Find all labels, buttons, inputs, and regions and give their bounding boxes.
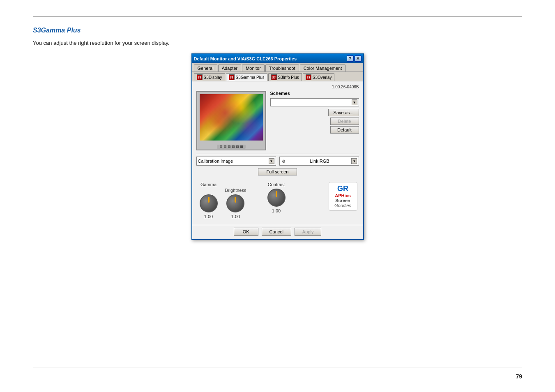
gamma-group: Gamma 1.00 [200, 182, 218, 219]
bottom-controls: Calibration image ▼ ⚙ Link RGB ▼ [196, 157, 359, 166]
top-rule [33, 16, 522, 17]
ok-button[interactable]: OK [234, 228, 258, 236]
gamma-knob[interactable] [200, 194, 218, 212]
subtab-s3info-label: S3Info Plus [278, 75, 299, 80]
tab-monitor[interactable]: Monitor [242, 65, 265, 71]
calibration-label: Calibration image [198, 159, 233, 164]
schemes-dropdown-arrow[interactable]: ▼ [352, 99, 357, 105]
monitor-square [240, 145, 243, 148]
dialog-footer: OK Cancel Apply [192, 225, 363, 239]
monitor-slider-3 [228, 145, 230, 148]
gamma-value: 1.00 [204, 214, 213, 219]
logo-screen: Screen [335, 198, 350, 203]
tab-adapter[interactable]: Adapter [218, 65, 242, 71]
brightness-label: Brightness [225, 188, 246, 193]
calibration-dropdown[interactable]: Calibration image ▼ [196, 157, 276, 166]
subtab-s3display-label: S3Display [204, 75, 222, 80]
dialog: Default Monitor and VIA/S3G CLE266 Prope… [191, 53, 364, 240]
monitor-slider-4 [232, 145, 235, 148]
dialog-wrapper: Default Monitor and VIA/S3G CLE266 Prope… [33, 53, 522, 240]
logo-graphics: GR [337, 185, 348, 193]
s3gamma-icon: S3 [229, 74, 235, 80]
monitor-frame [196, 91, 266, 150]
brightness-value: 1.00 [231, 214, 240, 219]
separator-1 [196, 154, 359, 154]
subtab-bar: S3 S3Display S3 S3Gamma Plus S3 S3Info P… [192, 72, 363, 81]
monitor-slider [220, 145, 222, 148]
dialog-body: 1.00.26-0408B [192, 81, 363, 225]
s3overlay-icon: S3 [306, 74, 311, 80]
schemes-dropdown[interactable]: ▼ [270, 98, 359, 106]
subtab-s3gamma-label: S3Gamma Plus [236, 75, 265, 80]
schemes-label: Schemes [270, 91, 359, 96]
title-bar-buttons: ? ✕ [347, 55, 362, 62]
full-screen-button[interactable]: Full screen [258, 168, 297, 175]
subtab-s3overlay-label: S3Overlay [313, 75, 332, 80]
brightness-knob[interactable] [226, 194, 244, 212]
s3display-icon: S3 [197, 74, 203, 80]
delete-button[interactable]: Delete [330, 118, 359, 125]
s3info-icon: S3 [271, 74, 277, 80]
help-button[interactable]: ? [347, 55, 354, 62]
save-as-button[interactable]: Save as... [328, 109, 359, 116]
logo-area: GR APHics Screen Goodies [329, 182, 357, 211]
close-button[interactable]: ✕ [355, 55, 362, 62]
contrast-group: Contrast 1.00 [267, 182, 286, 213]
content-row: Schemes ▼ Save as... Delete Default [196, 91, 359, 150]
default-button[interactable]: Default [330, 126, 359, 134]
subtab-s3display[interactable]: S3 S3Display [194, 73, 225, 81]
page-container: S3Gamma Plus You can adjust the right re… [0, 0, 555, 392]
gamma-label: Gamma [200, 182, 216, 187]
title-bar: Default Monitor and VIA/S3G CLE266 Prope… [192, 54, 363, 63]
subtab-s3info-plus[interactable]: S3 S3Info Plus [268, 73, 302, 81]
link-icon: ⚙ [281, 158, 287, 164]
right-panel: Schemes ▼ Save as... Delete Default [270, 91, 359, 150]
description: You can adjust the right resolution for … [33, 40, 522, 46]
subtab-s3gamma-plus[interactable]: S3 S3Gamma Plus [226, 73, 267, 81]
tab-bar: General Adapter Monitor Troubleshoot Col… [192, 63, 363, 72]
tab-color-management[interactable]: Color Management [300, 65, 346, 71]
monitor-slider-5 [236, 145, 239, 148]
monitor-base [217, 145, 246, 149]
link-rgb-dropdown-arrow[interactable]: ▼ [351, 158, 357, 164]
tab-troubleshoot[interactable]: Troubleshoot [265, 65, 299, 71]
contrast-label: Contrast [268, 182, 285, 187]
schemes-buttons: Save as... Delete Default [270, 109, 359, 134]
calibration-dropdown-arrow[interactable]: ▼ [269, 158, 274, 164]
title-bar-text: Default Monitor and VIA/S3G CLE266 Prope… [194, 56, 347, 61]
monitor-screen [200, 94, 263, 141]
link-rgb-label: Link RGB [310, 159, 329, 164]
contrast-value: 1.00 [272, 208, 281, 213]
logo-goodies: Goodies [334, 203, 351, 208]
monitor-slider-2 [224, 145, 226, 148]
link-rgb-dropdown[interactable]: ⚙ Link RGB ▼ [279, 157, 359, 166]
cancel-button[interactable]: Cancel [262, 228, 291, 236]
apply-button[interactable]: Apply [295, 228, 322, 236]
version-line: 1.00.26-0408B [196, 85, 359, 89]
bottom-rule [33, 367, 522, 367]
page-title: S3Gamma Plus [33, 27, 522, 34]
contrast-knob[interactable] [267, 189, 286, 207]
page-number: 79 [516, 373, 522, 380]
tab-general[interactable]: General [194, 65, 217, 71]
logo-aphics: APHics [335, 193, 351, 198]
subtab-s3overlay[interactable]: S3 S3Overlay [303, 73, 335, 81]
brightness-group: Brightness 1.00 [225, 188, 246, 219]
